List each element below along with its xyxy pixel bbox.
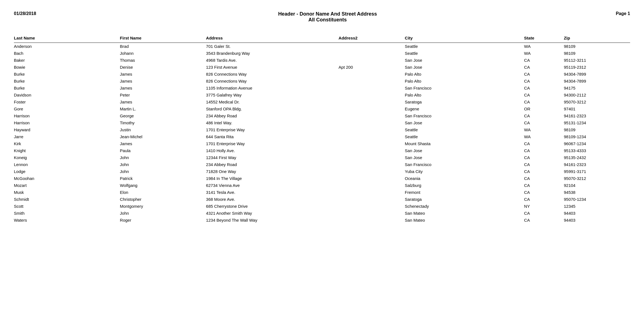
- table-row: KirkJames1701 Enterprise WayMount Shasta…: [14, 140, 630, 147]
- cell-city: Fremont: [405, 189, 524, 196]
- cell-address: Stanford OPA Bldg.: [206, 105, 339, 112]
- cell-state: OR: [524, 105, 564, 112]
- table-row: MozartWolfgang62734 Vienna AveSalzburgCA…: [14, 182, 630, 189]
- cell-firstname: James: [120, 98, 206, 105]
- cell-city: San Jose: [405, 57, 524, 64]
- cell-address: 1105 Information Avenue: [206, 85, 339, 91]
- cell-firstname: Martin L.: [120, 105, 206, 112]
- cell-address: 1701 Enterprise Way: [206, 126, 339, 133]
- cell-zip: 98109-1234: [564, 133, 630, 140]
- cell-address: 368 Moore Ave.: [206, 196, 339, 203]
- cell-firstname: Elon: [120, 189, 206, 196]
- cell-state: CA: [524, 168, 564, 175]
- table-row: BurkeJames826 Connections WayPalo AltoCA…: [14, 78, 630, 85]
- cell-state: CA: [524, 57, 564, 64]
- cell-city: Yuba City: [405, 168, 524, 175]
- cell-address2: [339, 161, 405, 168]
- cell-state: CA: [524, 64, 564, 71]
- col-header-state: State: [524, 34, 564, 43]
- cell-zip: 95991-3171: [564, 168, 630, 175]
- cell-firstname: Timothy: [120, 119, 206, 126]
- cell-firstname: James: [120, 71, 206, 78]
- cell-firstname: George: [120, 112, 206, 119]
- table-row: HarrisonGeorge234 Abbey RoadSan Francisc…: [14, 112, 630, 119]
- cell-zip: 95135-2432: [564, 154, 630, 161]
- cell-state: CA: [524, 154, 564, 161]
- cell-city: Mount Shasta: [405, 140, 524, 147]
- cell-firstname: James: [120, 78, 206, 85]
- report-date: 01/28/2018: [14, 11, 47, 16]
- cell-address: 826 Connections Way: [206, 78, 339, 85]
- cell-city: Seattle: [405, 50, 524, 57]
- cell-address2: [339, 119, 405, 126]
- cell-zip: 94403: [564, 217, 630, 224]
- cell-zip: 94304-7899: [564, 71, 630, 78]
- cell-address: 1701 Enterprise Way: [206, 140, 339, 147]
- cell-firstname: Patrick: [120, 175, 206, 182]
- cell-address: 4968 Tardis Ave.: [206, 57, 339, 64]
- cell-city: Seattle: [405, 126, 524, 133]
- cell-city: Seattle: [405, 133, 524, 140]
- cell-lastname: Lodge: [14, 168, 120, 175]
- table-row: DavidsonPeter3775 Galafrey WayPalo AltoC…: [14, 91, 630, 98]
- cell-state: CA: [524, 182, 564, 189]
- cell-address2: [339, 182, 405, 189]
- cell-firstname: John: [120, 161, 206, 168]
- cell-zip: 95070-1234: [564, 196, 630, 203]
- col-header-zip: Zip: [564, 34, 630, 43]
- cell-zip: 98109: [564, 126, 630, 133]
- cell-address2: [339, 196, 405, 203]
- cell-lastname: Burke: [14, 78, 120, 85]
- cell-state: CA: [524, 78, 564, 85]
- table-row: MuskElon3141 Tesla Ave.FremontCA94538: [14, 189, 630, 196]
- table-row: McGoohanPatrick1984 In The VillageOceani…: [14, 175, 630, 182]
- cell-zip: 94161-2323: [564, 161, 630, 168]
- cell-address2: [339, 43, 405, 50]
- cell-lastname: Anderson: [14, 43, 120, 50]
- cell-lastname: McGoohan: [14, 175, 120, 182]
- cell-address2: [339, 147, 405, 154]
- cell-lastname: Bach: [14, 50, 120, 57]
- cell-firstname: John: [120, 154, 206, 161]
- cell-lastname: Burke: [14, 71, 120, 78]
- cell-firstname: James: [120, 140, 206, 147]
- cell-address2: [339, 50, 405, 57]
- cell-address2: Apt 200: [339, 64, 405, 71]
- page-header: 01/28/2018 Header - Donor Name And Stree…: [14, 11, 630, 23]
- cell-zip: 96067-1234: [564, 140, 630, 147]
- cell-firstname: Denise: [120, 64, 206, 71]
- cell-address: 1410 Holly Ave.: [206, 147, 339, 154]
- col-header-firstname: First Name: [120, 34, 206, 43]
- cell-address2: [339, 57, 405, 64]
- cell-address: 1234 Beyond The Wall Way: [206, 217, 339, 224]
- col-header-address2: Address2: [339, 34, 405, 43]
- table-row: LennonJohn234 Abbey RoadSan FranciscoCA9…: [14, 161, 630, 168]
- cell-address: 123 First Avenue: [206, 64, 339, 71]
- table-row: AndersonBrad701 Galer St.SeattleWA98109: [14, 43, 630, 50]
- cell-state: CA: [524, 98, 564, 105]
- cell-lastname: Bowie: [14, 64, 120, 71]
- cell-address2: [339, 112, 405, 119]
- cell-lastname: Hayward: [14, 126, 120, 133]
- cell-lastname: Lennon: [14, 161, 120, 168]
- cell-zip: 94161-2323: [564, 112, 630, 119]
- cell-city: San Jose: [405, 147, 524, 154]
- cell-firstname: Montgomery: [120, 203, 206, 210]
- cell-lastname: Davidson: [14, 91, 120, 98]
- cell-lastname: Jarre: [14, 133, 120, 140]
- page-number: Page 1: [608, 11, 630, 16]
- cell-lastname: Gore: [14, 105, 120, 112]
- cell-zip: 98109: [564, 50, 630, 57]
- cell-lastname: Kirk: [14, 140, 120, 147]
- cell-lastname: Waters: [14, 217, 120, 224]
- cell-lastname: Smith: [14, 210, 120, 217]
- cell-city: San Francisco: [405, 161, 524, 168]
- cell-firstname: John: [120, 168, 206, 175]
- cell-state: CA: [524, 85, 564, 91]
- cell-address2: [339, 98, 405, 105]
- cell-address: 1984 In The Village: [206, 175, 339, 182]
- cell-city: Palo Alto: [405, 71, 524, 78]
- table-body: AndersonBrad701 Galer St.SeattleWA98109B…: [14, 43, 630, 224]
- cell-address2: [339, 71, 405, 78]
- cell-lastname: Scott: [14, 203, 120, 210]
